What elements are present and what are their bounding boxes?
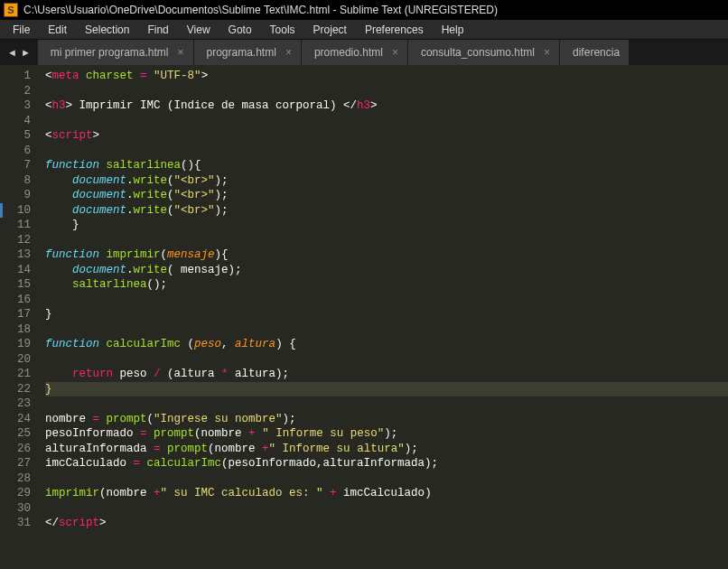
code-line[interactable]: saltarlinea();	[45, 277, 728, 293]
menu-file[interactable]: File	[4, 20, 39, 40]
menu-edit[interactable]: Edit	[39, 20, 76, 40]
code-line[interactable]: document.write("<br>");	[45, 173, 728, 189]
line-number: 20	[4, 352, 31, 368]
menu-preferences[interactable]: Preferences	[356, 20, 433, 40]
code-line[interactable]: }	[45, 218, 728, 233]
code-line[interactable]: function imprimir(mensaje){	[45, 247, 728, 263]
nav-forward-icon[interactable]: ►	[19, 47, 33, 58]
line-number-gutter: 1234567891011121314151617181920212223242…	[0, 65, 38, 569]
tab-mi-primer-programa[interactable]: mi primer programa.html ×	[38, 40, 194, 65]
line-number: 10	[4, 203, 31, 219]
app-icon: S	[4, 3, 18, 17]
tab-label: consulta_consumo.html	[421, 46, 535, 59]
menu-selection[interactable]: Selection	[76, 20, 138, 40]
nav-back-icon[interactable]: ◄	[5, 47, 19, 58]
code-line[interactable]	[45, 471, 728, 487]
line-number: 11	[4, 218, 31, 233]
line-number: 21	[4, 367, 31, 382]
tab-bar: ◄ ► mi primer programa.html × programa.h…	[0, 40, 728, 65]
tab-promedio[interactable]: promedio.html ×	[302, 40, 408, 65]
menu-bar: File Edit Selection Find View Goto Tools…	[0, 20, 728, 40]
code-line[interactable]: alturaInformada = prompt(nombre +" Infor…	[45, 442, 728, 457]
code-line[interactable]: return peso / (altura * altura);	[45, 367, 728, 382]
code-line[interactable]: document.write("<br>");	[45, 188, 728, 203]
line-number: 4	[4, 114, 31, 129]
line-number: 31	[4, 516, 31, 531]
line-number: 23	[4, 396, 31, 412]
code-line[interactable]	[45, 114, 728, 129]
line-number: 7	[4, 158, 31, 173]
line-number: 24	[4, 412, 31, 427]
line-number: 18	[4, 322, 31, 338]
line-number: 6	[4, 144, 31, 159]
tab-label: mi primer programa.html	[51, 46, 169, 59]
line-number: 29	[4, 486, 31, 501]
code-line[interactable]: }	[45, 307, 728, 322]
window-titlebar: S C:\Users\Usuario\OneDrive\Documentos\S…	[0, 0, 728, 20]
code-line[interactable]	[45, 501, 728, 517]
menu-goto[interactable]: Goto	[219, 20, 261, 40]
code-line[interactable]	[45, 322, 728, 338]
code-line[interactable]: document.write("<br>");	[45, 203, 728, 219]
menu-project[interactable]: Project	[304, 20, 356, 40]
close-icon[interactable]: ×	[177, 46, 183, 59]
line-number: 12	[4, 233, 31, 248]
line-number: 15	[4, 277, 31, 293]
code-line[interactable]: function saltarlinea(){	[45, 158, 728, 173]
line-number: 16	[4, 293, 31, 308]
line-number: 5	[4, 128, 31, 144]
code-line[interactable]	[45, 84, 728, 99]
code-line[interactable]	[45, 352, 728, 368]
line-number: 30	[4, 501, 31, 517]
code-line[interactable]	[45, 396, 728, 412]
line-number: 27	[4, 456, 31, 471]
code-line[interactable]: </script>	[45, 516, 728, 531]
line-number: 19	[4, 337, 31, 352]
code-line[interactable]: imprimir(nombre +" su IMC calculado es: …	[45, 486, 728, 501]
tab-nav: ◄ ►	[0, 40, 38, 65]
line-number: 26	[4, 442, 31, 457]
line-number: 8	[4, 173, 31, 189]
tab-diferencia[interactable]: diferencia	[560, 40, 630, 65]
tab-programa[interactable]: programa.html ×	[194, 40, 302, 65]
line-number: 22	[4, 382, 31, 397]
close-icon[interactable]: ×	[544, 46, 550, 59]
tab-consulta-consumo[interactable]: consulta_consumo.html ×	[408, 40, 560, 65]
tabs: mi primer programa.html × programa.html …	[38, 40, 728, 65]
code-line[interactable]	[45, 144, 728, 159]
close-icon[interactable]: ×	[285, 46, 292, 59]
menu-view[interactable]: View	[178, 20, 219, 40]
code-line[interactable]: <meta charset = "UTF-8">	[45, 69, 728, 84]
line-number: 17	[4, 307, 31, 322]
code-line[interactable]: document.write( mensaje);	[45, 263, 728, 278]
code-area[interactable]: <meta charset = "UTF-8"><h3> Imprimir IM…	[38, 65, 728, 569]
menu-find[interactable]: Find	[138, 20, 177, 40]
line-number: 28	[4, 471, 31, 487]
line-number: 1	[4, 69, 31, 84]
line-number: 25	[4, 426, 31, 442]
tab-label: programa.html	[207, 46, 276, 59]
code-line[interactable]: <h3> Imprimir IMC (Indice de masa corpor…	[45, 98, 728, 114]
code-line[interactable]: function calcularImc (peso, altura) {	[45, 337, 728, 352]
code-line[interactable]: }	[45, 382, 728, 397]
line-number: 14	[4, 263, 31, 278]
line-number: 9	[4, 188, 31, 203]
modified-line-marker	[0, 203, 3, 219]
code-line[interactable]: <script>	[45, 128, 728, 144]
line-number: 2	[4, 84, 31, 99]
tab-label: promedio.html	[314, 46, 383, 59]
code-line[interactable]: nombre = prompt("Ingrese su nombre");	[45, 412, 728, 427]
menu-tools[interactable]: Tools	[261, 20, 304, 40]
close-icon[interactable]: ×	[392, 46, 398, 59]
code-line[interactable]	[45, 233, 728, 248]
window-title: C:\Users\Usuario\OneDrive\Documentos\Sub…	[23, 4, 498, 16]
line-number: 3	[4, 98, 31, 114]
code-line[interactable]: pesoInformado = prompt(nombre + " Inform…	[45, 426, 728, 442]
code-line[interactable]: imcCalculado = calcularImc(pesoInformado…	[45, 456, 728, 471]
line-number: 13	[4, 247, 31, 263]
code-line[interactable]	[45, 293, 728, 308]
tab-label: diferencia	[573, 46, 620, 59]
editor[interactable]: 1234567891011121314151617181920212223242…	[0, 65, 728, 569]
menu-help[interactable]: Help	[433, 20, 473, 40]
